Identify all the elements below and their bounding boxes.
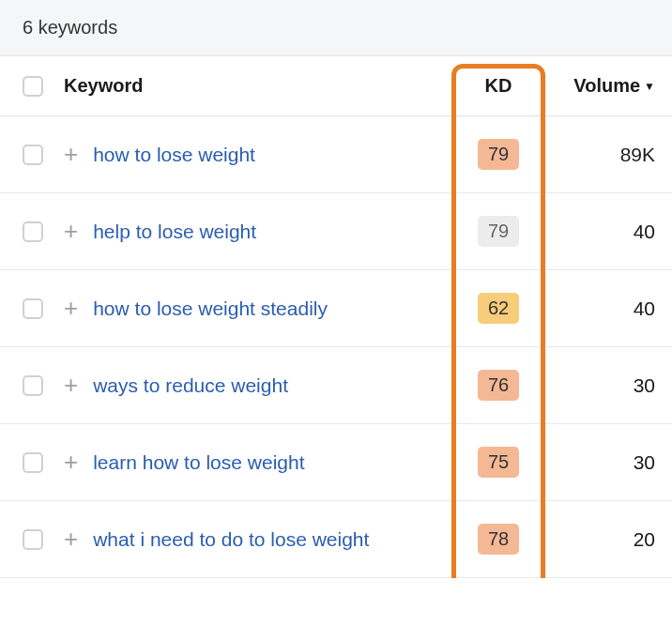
row-checkbox[interactable] (23, 145, 43, 165)
keywords-table: Keyword KD Volume ▼ +how to lose weight7… (0, 56, 672, 578)
column-header-keyword[interactable]: Keyword (64, 75, 456, 97)
keyword-link[interactable]: help to lose weight (93, 219, 256, 244)
volume-cell: 40 (541, 221, 672, 243)
kd-badge: 75 (478, 447, 519, 478)
column-header-volume[interactable]: Volume ▼ (541, 75, 672, 97)
table-row: +what i need to do to lose weight7820 (0, 501, 672, 578)
volume-cell: 40 (541, 297, 672, 320)
volume-cell: 89K (541, 144, 672, 166)
volume-cell: 30 (541, 374, 672, 397)
column-header-kd[interactable]: KD (456, 66, 541, 106)
kd-badge: 62 (478, 293, 519, 324)
results-count: 6 keywords (0, 0, 672, 56)
sort-desc-icon: ▼ (644, 80, 655, 93)
table-header-row: Keyword KD Volume ▼ (0, 56, 672, 116)
table-row: +ways to reduce weight7630 (0, 347, 672, 424)
add-keyword-icon[interactable]: + (64, 219, 78, 243)
row-checkbox[interactable] (23, 375, 43, 396)
keyword-link[interactable]: how to lose weight steadily (93, 296, 328, 321)
row-checkbox[interactable] (23, 298, 43, 319)
select-all-checkbox[interactable] (23, 76, 43, 97)
table-row: +how to lose weight7989K (0, 116, 672, 193)
table-row: +how to lose weight steadily6240 (0, 270, 672, 347)
table-row: +learn how to lose weight7530 (0, 424, 672, 501)
kd-badge: 79 (478, 216, 519, 247)
add-keyword-icon[interactable]: + (64, 373, 78, 397)
add-keyword-icon[interactable]: + (64, 526, 78, 551)
row-checkbox[interactable] (23, 452, 43, 473)
volume-cell: 30 (541, 451, 672, 474)
add-keyword-icon[interactable]: + (64, 450, 78, 474)
add-keyword-icon[interactable]: + (64, 142, 78, 166)
keyword-link[interactable]: ways to reduce weight (93, 373, 288, 398)
kd-badge: 79 (478, 139, 519, 170)
row-checkbox[interactable] (23, 529, 43, 550)
keyword-link[interactable]: what i need to do to lose weight (93, 526, 369, 552)
keyword-link[interactable]: how to lose weight (93, 142, 255, 167)
volume-cell: 20 (541, 528, 672, 551)
kd-badge: 76 (478, 370, 519, 401)
row-checkbox[interactable] (23, 221, 43, 242)
keyword-link[interactable]: learn how to lose weight (93, 450, 304, 475)
add-keyword-icon[interactable]: + (64, 296, 78, 320)
table-row: +help to lose weight7940 (0, 193, 672, 270)
kd-badge: 78 (478, 524, 519, 555)
volume-header-label: Volume (573, 75, 640, 97)
